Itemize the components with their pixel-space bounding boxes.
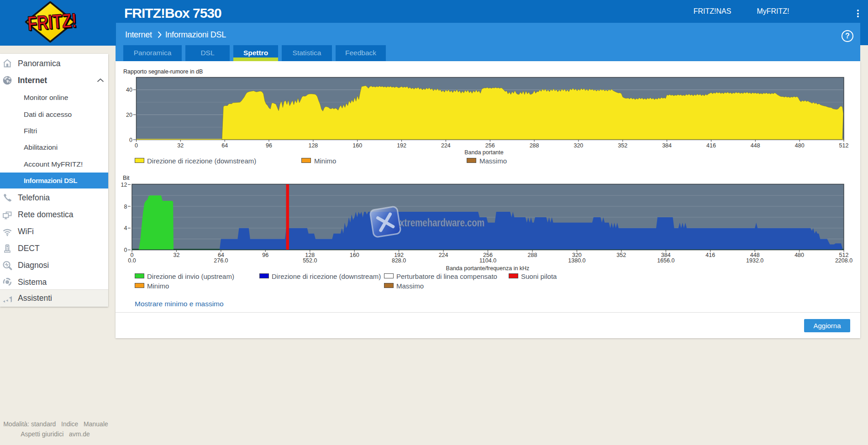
svg-text:352: 352	[616, 252, 626, 258]
svg-text:160: 160	[350, 252, 359, 258]
svg-text:32: 32	[177, 142, 184, 149]
svg-text:0: 0	[135, 142, 138, 149]
svg-text:416: 416	[706, 142, 716, 149]
svg-text:384: 384	[662, 142, 672, 149]
svg-text:1932.0: 1932.0	[746, 257, 763, 264]
svg-text:20: 20	[126, 112, 132, 118]
svg-text:448: 448	[751, 142, 760, 149]
svg-text:416: 416	[705, 252, 715, 258]
svg-text:276.0: 276.0	[214, 257, 228, 264]
svg-text:224: 224	[441, 142, 451, 149]
svg-text:512: 512	[839, 142, 849, 149]
svg-text:224: 224	[439, 252, 448, 258]
svg-text:552.0: 552.0	[303, 257, 317, 264]
svg-text:2208.0: 2208.0	[835, 257, 852, 264]
svg-text:12: 12	[121, 182, 127, 188]
svg-text:0: 0	[129, 137, 132, 143]
svg-text:Bit: Bit	[123, 175, 130, 181]
svg-text:FRITZ!: FRITZ!	[26, 9, 77, 34]
svg-text:192: 192	[397, 142, 406, 149]
svg-text:1656.0: 1656.0	[657, 257, 674, 264]
svg-text:8: 8	[124, 204, 127, 210]
svg-text:288: 288	[528, 252, 537, 258]
svg-text:828.0: 828.0	[392, 257, 406, 264]
svg-text:1380.0: 1380.0	[568, 257, 585, 264]
svg-text:Rapporto segnale-rumore in dB: Rapporto segnale-rumore in dB	[123, 68, 203, 75]
svg-text:96: 96	[262, 252, 268, 258]
svg-text:1104.0: 1104.0	[479, 257, 496, 264]
svg-text:160: 160	[352, 142, 362, 149]
svg-text:352: 352	[618, 142, 627, 149]
svg-text:480: 480	[794, 252, 804, 258]
svg-text:256: 256	[485, 142, 495, 149]
svg-text:0.0: 0.0	[128, 257, 136, 264]
svg-text:64: 64	[221, 142, 228, 149]
svg-text:480: 480	[795, 142, 805, 149]
svg-text:Banda portante/frequenza in kH: Banda portante/frequenza in kHz	[446, 265, 530, 272]
svg-text:320: 320	[573, 142, 583, 149]
svg-text:0: 0	[124, 247, 127, 253]
svg-text:128: 128	[308, 142, 318, 149]
svg-text:40: 40	[126, 87, 132, 93]
svg-text:32: 32	[173, 252, 179, 258]
svg-text:288: 288	[530, 142, 539, 149]
svg-text:xtremehardware.com: xtremehardware.com	[400, 216, 484, 229]
svg-text:Banda portante: Banda portante	[464, 149, 504, 156]
svg-text:4: 4	[124, 225, 127, 231]
svg-text:96: 96	[266, 142, 272, 149]
